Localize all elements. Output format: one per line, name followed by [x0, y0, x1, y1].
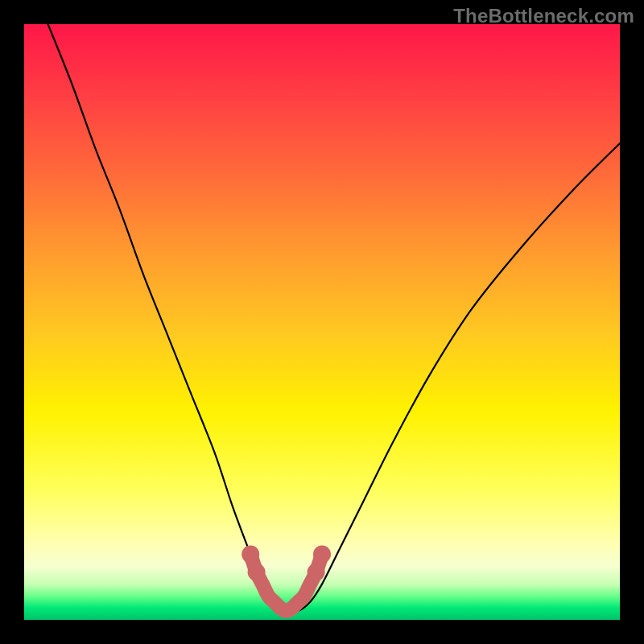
- optimal-dot: [313, 546, 331, 564]
- optimal-dot: [242, 546, 259, 564]
- optimal-dot: [248, 564, 266, 581]
- chart-svg: [24, 24, 620, 620]
- watermark-text: TheBottleneck.com: [453, 5, 634, 27]
- optimal-zone-marker: [250, 555, 322, 611]
- plot-area: [24, 24, 620, 620]
- optimal-dot: [308, 564, 325, 581]
- bottleneck-curve: [48, 24, 620, 612]
- chart-frame: TheBottleneck.com: [0, 0, 644, 644]
